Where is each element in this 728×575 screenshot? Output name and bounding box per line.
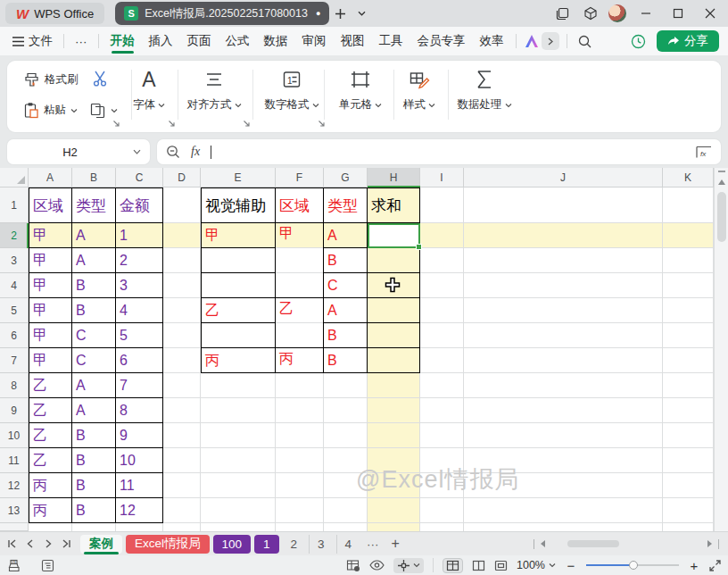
cell-G10[interactable] xyxy=(324,423,368,448)
cell-J2[interactable] xyxy=(464,223,663,248)
col-header-C[interactable]: C xyxy=(116,168,163,188)
cell-G7[interactable]: B xyxy=(324,348,368,373)
cell-E9[interactable] xyxy=(201,398,276,423)
cell-A12[interactable]: 丙 xyxy=(29,473,72,498)
col-header-E[interactable]: E xyxy=(201,168,276,188)
cell-J14[interactable] xyxy=(464,523,663,531)
cell-I1[interactable] xyxy=(420,188,464,223)
cell-E14[interactable] xyxy=(201,523,276,531)
row-header-14[interactable] xyxy=(0,523,29,531)
sheet-tab-4[interactable]: 4 xyxy=(336,535,360,554)
cell-I3[interactable] xyxy=(420,248,464,273)
menu-tab-视图[interactable]: 视图 xyxy=(336,27,369,55)
cell-H3[interactable] xyxy=(368,248,420,273)
horizontal-scroll-track[interactable] xyxy=(551,539,701,548)
cell-B5[interactable]: B xyxy=(72,298,116,323)
cell-A2[interactable]: 甲 xyxy=(29,223,72,248)
cell-E13[interactable] xyxy=(201,498,276,523)
cell-C9[interactable]: 8 xyxy=(116,398,163,423)
cell-A11[interactable]: 乙 xyxy=(29,448,72,473)
menu-tab-效率[interactable]: 效率 xyxy=(476,27,509,55)
cell-D7[interactable] xyxy=(163,348,201,373)
row-header-5[interactable]: 5 xyxy=(0,298,29,323)
cell-A5[interactable]: 甲 xyxy=(29,298,72,323)
cell-K9[interactable] xyxy=(663,398,714,423)
cell-B11[interactable]: B xyxy=(72,448,116,473)
cell-F13[interactable] xyxy=(276,498,324,523)
normal-view-button[interactable] xyxy=(443,558,463,573)
cut-button[interactable] xyxy=(91,69,111,88)
cell-K2[interactable] xyxy=(663,223,714,248)
cell-A1[interactable]: 区域 xyxy=(29,188,72,223)
ribbon-group-数据处理[interactable]: 数据处理 xyxy=(454,66,515,112)
page-break-view-button[interactable] xyxy=(472,560,485,571)
cell-B9[interactable]: A xyxy=(72,398,116,423)
cell-E11[interactable] xyxy=(201,448,276,473)
cell-D5[interactable] xyxy=(163,298,201,323)
cell-A7[interactable]: 甲 xyxy=(29,348,72,373)
cell-C10[interactable]: 9 xyxy=(116,423,163,448)
new-tab-button[interactable] xyxy=(329,3,351,24)
col-header-J[interactable]: J xyxy=(464,168,663,188)
paste-button[interactable]: 粘贴 xyxy=(23,102,78,119)
eye-reading-icon[interactable] xyxy=(369,560,385,571)
cell-E12[interactable] xyxy=(201,473,276,498)
cell-C6[interactable]: 5 xyxy=(116,323,163,348)
cell-E6[interactable] xyxy=(201,323,276,348)
cell-I13[interactable] xyxy=(420,498,464,523)
cell-K7[interactable] xyxy=(663,348,714,373)
cell-K12[interactable] xyxy=(663,473,714,498)
more-sheets-button[interactable]: ··· xyxy=(361,535,385,554)
row-header-3[interactable]: 3 xyxy=(0,248,29,273)
name-box[interactable]: H2 xyxy=(7,139,150,164)
next-sheet-button[interactable] xyxy=(41,539,55,548)
scroll-up-arrow[interactable] xyxy=(718,179,725,185)
cell-F11[interactable] xyxy=(276,448,324,473)
cell-D13[interactable] xyxy=(163,498,201,523)
merged-cell-F7[interactable]: 丙 xyxy=(276,348,324,373)
spreadsheet-grid[interactable]: ABCDEFGHIJK12345678910111213区域类型金额甲A1甲A2… xyxy=(0,168,728,531)
cell-C2[interactable]: 1 xyxy=(116,223,163,248)
cell-H8[interactable] xyxy=(368,373,420,398)
merged-cell-F5[interactable]: 乙 xyxy=(276,298,324,348)
col-header-K[interactable]: K xyxy=(663,168,714,188)
horizontal-scrollbar[interactable] xyxy=(534,539,723,549)
cell-B12[interactable]: B xyxy=(72,473,116,498)
cell-J7[interactable] xyxy=(464,348,663,373)
cell-I9[interactable] xyxy=(420,398,464,423)
macro-vba-icon[interactable]: VB xyxy=(7,559,21,572)
cell-K13[interactable] xyxy=(663,498,714,523)
row-header-12[interactable]: 12 xyxy=(0,473,29,498)
search-button[interactable] xyxy=(575,27,595,55)
cell-K10[interactable] xyxy=(663,423,714,448)
cell-E8[interactable] xyxy=(201,373,276,398)
cell-A14[interactable] xyxy=(29,523,72,531)
sheet-tab-Excel情报局[interactable]: Excel情报局 xyxy=(126,535,210,554)
cell-D8[interactable] xyxy=(163,373,201,398)
row-header-4[interactable]: 4 xyxy=(0,273,29,298)
cell-D14[interactable] xyxy=(163,523,201,531)
menu-tab-开始[interactable]: 开始 xyxy=(106,27,139,55)
cell-G2[interactable]: A xyxy=(324,223,368,248)
prev-sheet-button[interactable] xyxy=(23,539,37,548)
windows-stack-icon[interactable] xyxy=(551,3,573,24)
cell-C1[interactable]: 金额 xyxy=(116,188,163,223)
cell-E4[interactable] xyxy=(201,273,276,298)
cell-I4[interactable] xyxy=(420,273,464,298)
ribbon-group-数字格式[interactable]: 1数字格式 xyxy=(261,66,322,112)
menu-tab-数据[interactable]: 数据 xyxy=(260,27,293,55)
cell-H5[interactable] xyxy=(368,298,420,323)
cell-B8[interactable]: A xyxy=(72,373,116,398)
cell-D1[interactable] xyxy=(163,188,201,223)
ribbon-group-对齐方式[interactable]: 对齐方式 xyxy=(184,66,244,112)
cell-H14[interactable] xyxy=(368,523,420,531)
cell-A9[interactable]: 乙 xyxy=(29,398,72,423)
cell-G6[interactable]: B xyxy=(324,323,368,348)
cell-K8[interactable] xyxy=(663,373,714,398)
cell-D4[interactable] xyxy=(163,273,201,298)
chevron-down-icon[interactable] xyxy=(133,149,141,154)
cell-J10[interactable] xyxy=(464,423,663,448)
cell-B4[interactable]: B xyxy=(72,273,116,298)
cell-B7[interactable]: C xyxy=(72,348,116,373)
cell-C13[interactable]: 12 xyxy=(116,498,163,523)
